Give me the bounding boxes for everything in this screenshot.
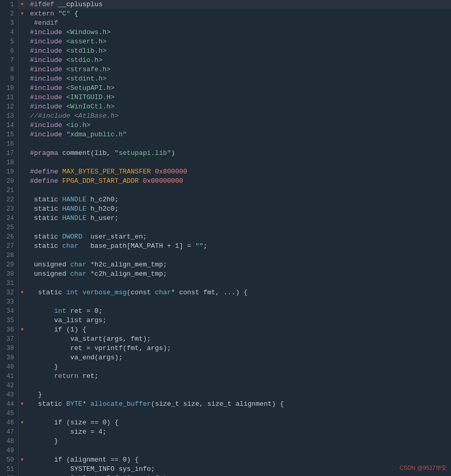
token: static <box>30 233 62 241</box>
code-line: 51 SYSTEM_INFO sys_info; <box>0 465 451 474</box>
code-line: 35 va_list args; <box>0 316 451 325</box>
line-number: 19 <box>0 167 19 177</box>
code-content[interactable]: static HANDLE h_user; <box>26 214 451 223</box>
token: user_start_en; <box>82 233 147 241</box>
token: base_path[MAX_PATH + 1] = <box>79 242 195 250</box>
token: } <box>30 437 58 445</box>
fold-marker[interactable]: ▼ <box>19 288 26 297</box>
code-line: 12#include <WinIoCtl.h> <box>0 102 451 112</box>
code-content[interactable]: #define MAX_BYTES_PER_TRANSFER 0x800000 <box>26 167 451 177</box>
token: #include <box>30 121 62 129</box>
code-content[interactable]: size = 4; <box>26 427 451 437</box>
code-content[interactable]: int ret = 0; <box>26 307 451 316</box>
line-number: 9 <box>0 74 19 84</box>
code-content[interactable]: } <box>26 437 451 446</box>
fold-marker[interactable]: ▼ <box>19 0 26 9</box>
code-content[interactable]: #include <stdlib.h> <box>26 46 451 56</box>
code-content[interactable]: static int verbose_msg(const char* const… <box>26 288 451 297</box>
code-content[interactable]: if (size == 0) { <box>26 418 451 427</box>
line-number: 6 <box>0 46 19 56</box>
line-number: 29 <box>0 260 19 269</box>
code-content[interactable]: static HANDLE h_h2c0; <box>26 204 451 214</box>
code-content[interactable]: extern "C" { <box>26 9 451 19</box>
token: 0x00000000 <box>143 177 183 185</box>
code-content[interactable]: static BYTE* allocate_buffer(size_t size… <box>26 400 451 409</box>
code-content[interactable]: #include <stdint.h> <box>26 74 451 84</box>
code-content[interactable]: va_end(args); <box>26 353 451 362</box>
fold-marker[interactable]: ▼ <box>19 455 26 465</box>
code-content[interactable] <box>26 409 451 418</box>
token: "C" <box>58 10 70 18</box>
code-content[interactable]: } <box>26 362 451 372</box>
token <box>30 307 54 315</box>
fold-marker[interactable]: ▼ <box>19 325 26 335</box>
token: <stdio.h> <box>66 56 102 64</box>
token: char <box>70 261 86 268</box>
code-line: 52 GetSystemInfo(&sys_info); <box>0 474 451 476</box>
code-content[interactable] <box>26 381 451 390</box>
line-number: 5 <box>0 37 19 46</box>
token: #include <box>30 66 62 73</box>
code-content[interactable] <box>26 139 451 149</box>
fold-marker[interactable]: ▼ <box>19 9 26 19</box>
token: <Windows.h> <box>66 28 111 36</box>
token: MAX_BYTES_PER_TRANSFER <box>62 168 151 176</box>
code-content[interactable]: static HANDLE h_c2h0; <box>26 195 451 204</box>
code-content[interactable]: static DWORD user_start_en; <box>26 232 451 242</box>
code-content[interactable]: if (1) { <box>26 325 451 335</box>
code-content[interactable]: #include <stdio.h> <box>26 56 451 65</box>
code-content[interactable]: #include <WinIoCtl.h> <box>26 102 451 112</box>
code-content[interactable]: return ret; <box>26 372 451 381</box>
fold-marker[interactable]: ▼ <box>19 400 26 409</box>
line-number: 47 <box>0 427 19 437</box>
code-content[interactable]: GetSystemInfo(&sys_info); <box>26 474 451 476</box>
line-number: 17 <box>0 149 19 158</box>
code-content[interactable]: unsigned char *c2h_align_mem_tmp; <box>26 269 451 279</box>
line-number: 2 <box>0 9 19 19</box>
code-line: 41 return ret; <box>0 372 451 381</box>
code-content[interactable]: static char base_path[MAX_PATH + 1] = ""… <box>26 242 451 251</box>
code-content[interactable]: #include <io.h> <box>26 121 451 130</box>
code-content[interactable]: ret = vprintf(fmt, args); <box>26 344 451 353</box>
code-content[interactable]: //#include <AtlBase.h> <box>26 112 451 121</box>
code-line: 45 <box>0 409 451 418</box>
code-content[interactable]: #include <SetupAPI.h> <box>26 84 451 93</box>
code-content[interactable]: #include "xdma_public.h" <box>26 130 451 139</box>
code-content[interactable] <box>26 279 451 288</box>
line-number: 22 <box>0 195 19 204</box>
code-content[interactable]: #include <INITGUID.H> <box>26 93 451 102</box>
code-line: 21 <box>0 186 451 195</box>
token: #include <box>30 103 62 110</box>
code-content[interactable]: #include <strsafe.h> <box>26 65 451 74</box>
code-content[interactable]: #pragma comment(lib, "setupapi.lib") <box>26 149 451 158</box>
code-content[interactable]: va_start(args, fmt); <box>26 335 451 344</box>
code-content[interactable] <box>26 297 451 307</box>
code-content[interactable] <box>26 158 451 167</box>
code-content[interactable]: SYSTEM_INFO sys_info; <box>26 465 451 474</box>
code-content[interactable] <box>26 186 451 195</box>
code-content[interactable] <box>26 446 451 455</box>
token: unsigned <box>30 261 70 268</box>
line-number: 44 <box>0 400 19 409</box>
code-line: 4#include <Windows.h> <box>0 28 451 37</box>
code-content[interactable]: #ifdef __cplusplus <box>26 0 451 9</box>
code-line: 34 int ret = 0; <box>0 307 451 316</box>
code-content[interactable]: unsigned char *h2c_align_mem_tmp; <box>26 260 451 269</box>
code-content[interactable] <box>26 251 451 260</box>
token: #include <box>30 75 62 83</box>
code-content[interactable]: #include <assert.h> <box>26 37 451 46</box>
code-content[interactable]: } <box>26 390 451 400</box>
code-content[interactable]: va_list args; <box>26 316 451 325</box>
token: verbose_msg <box>82 289 127 296</box>
code-content[interactable] <box>26 223 451 232</box>
token: h_h2c0; <box>86 205 118 213</box>
line-number: 28 <box>0 251 19 260</box>
code-content[interactable]: #endif <box>26 19 451 28</box>
code-content[interactable]: #define FPGA_DDR_START_ADDR 0x00000000 <box>26 177 451 186</box>
token: char <box>70 270 86 278</box>
fold-marker[interactable]: ▼ <box>19 418 26 427</box>
line-number: 8 <box>0 65 19 74</box>
code-content[interactable]: if (alignment == 0) { <box>26 455 451 465</box>
token: * const fmt, ...) { <box>171 289 247 296</box>
code-content[interactable]: #include <Windows.h> <box>26 28 451 37</box>
